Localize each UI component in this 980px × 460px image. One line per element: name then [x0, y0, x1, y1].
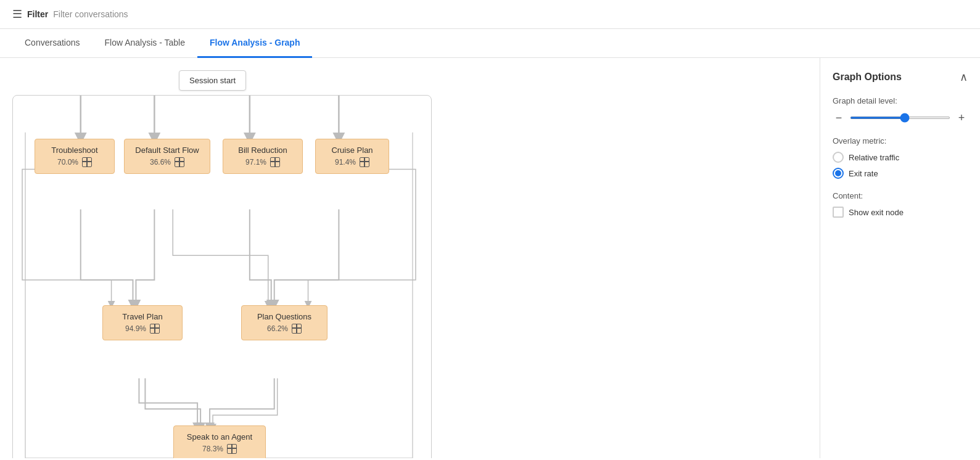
- node-troubleshoot-value: 70.0%: [57, 158, 78, 166]
- node-plan-questions-meta: 66.2%: [267, 324, 302, 334]
- node-cruise-plan[interactable]: Cruise Plan 91.4%: [315, 139, 389, 174]
- graph-area: Session start: [0, 58, 820, 458]
- session-start-node: Session start: [179, 70, 246, 91]
- node-cruise-plan-meta: 91.4%: [335, 157, 369, 167]
- node-bill-reduction-label: Bill Reduction: [238, 146, 287, 155]
- node-troubleshoot-label: Troubleshoot: [51, 146, 97, 155]
- overlay-metric-label: Overlay metric:: [833, 136, 968, 146]
- filter-bar: ☰ Filter Filter conversations: [0, 0, 980, 29]
- content-section: Content: Show exit node: [833, 191, 968, 218]
- tab-conversations[interactable]: Conversations: [12, 29, 93, 58]
- node-default-start[interactable]: Default Start Flow 36.6%: [124, 139, 210, 174]
- show-exit-node-option[interactable]: Show exit node: [833, 207, 968, 218]
- panel-header: Graph Options ∧: [833, 70, 968, 84]
- filter-label: Filter: [27, 9, 48, 19]
- node-plan-questions-value: 66.2%: [267, 324, 288, 333]
- tabs-bar: Conversations Flow Analysis - Table Flow…: [0, 29, 980, 58]
- node-travel-plan[interactable]: Travel Plan 94.9%: [102, 305, 183, 340]
- node-plan-questions-label: Plan Questions: [257, 312, 311, 321]
- radio-relative-traffic-label: Relative traffic: [849, 153, 899, 162]
- slider-decrease-button[interactable]: −: [833, 112, 845, 124]
- node-travel-plan-value: 94.9%: [125, 324, 146, 333]
- node-bill-reduction-value: 97.1%: [245, 158, 266, 166]
- node-troubleshoot[interactable]: Troubleshoot 70.0%: [35, 139, 115, 174]
- slider-container: − +: [833, 112, 968, 124]
- filter-icon: ☰: [12, 7, 22, 21]
- node-speak-agent-label: Speak to an Agent: [187, 432, 252, 442]
- session-start-label: Session start: [189, 76, 236, 85]
- slider-increase-button[interactable]: +: [955, 112, 968, 124]
- panel-collapse-button[interactable]: ∧: [960, 70, 968, 84]
- node-speak-agent-meta: 78.3%: [202, 444, 237, 454]
- radio-relative-traffic[interactable]: Relative traffic: [833, 152, 968, 163]
- filter-text: Filter conversations: [53, 9, 128, 19]
- node-plan-questions-table-icon[interactable]: [292, 324, 302, 334]
- radio-exit-rate-circle[interactable]: [833, 168, 844, 179]
- node-cruise-plan-value: 91.4%: [335, 158, 356, 166]
- node-bill-reduction[interactable]: Bill Reduction 97.1%: [223, 139, 303, 174]
- node-travel-plan-label: Travel Plan: [122, 312, 162, 321]
- tab-flow-table[interactable]: Flow Analysis - Table: [93, 29, 197, 58]
- node-speak-agent[interactable]: Speak to an Agent 78.3%: [173, 425, 266, 458]
- radio-relative-traffic-circle[interactable]: [833, 152, 844, 163]
- detail-level-label: Graph detail level:: [833, 96, 968, 105]
- node-bill-reduction-table-icon[interactable]: [270, 157, 280, 167]
- node-cruise-plan-table-icon[interactable]: [360, 157, 369, 167]
- node-bill-reduction-meta: 97.1%: [245, 157, 280, 167]
- overlay-metric-section: Overlay metric: Relative traffic Exit ra…: [833, 136, 968, 179]
- content-label: Content:: [833, 191, 968, 200]
- detail-level-slider[interactable]: [850, 117, 950, 119]
- show-exit-node-label: Show exit node: [849, 208, 904, 217]
- node-default-start-table-icon[interactable]: [175, 157, 184, 167]
- node-speak-agent-table-icon[interactable]: [227, 444, 237, 454]
- radio-exit-rate-label: Exit rate: [849, 169, 878, 178]
- node-speak-agent-value: 78.3%: [202, 445, 223, 453]
- node-default-start-meta: 36.6%: [150, 157, 184, 167]
- show-exit-node-checkbox[interactable]: [833, 207, 844, 218]
- node-plan-questions[interactable]: Plan Questions 66.2%: [241, 305, 327, 340]
- node-travel-plan-meta: 94.9%: [125, 324, 160, 334]
- graph-container: Troubleshoot 70.0% Default Start Flow 36…: [12, 95, 432, 458]
- node-troubleshoot-table-icon[interactable]: [82, 157, 92, 167]
- radio-exit-rate[interactable]: Exit rate: [833, 168, 968, 179]
- node-default-start-value: 36.6%: [150, 158, 171, 166]
- panel-title: Graph Options: [833, 72, 902, 83]
- node-cruise-plan-label: Cruise Plan: [331, 146, 373, 155]
- graph-options-panel: Graph Options ∧ Graph detail level: − + …: [820, 58, 980, 458]
- node-travel-plan-table-icon[interactable]: [150, 324, 160, 334]
- node-default-start-label: Default Start Flow: [135, 146, 199, 155]
- main-content: Session start: [0, 58, 980, 458]
- tab-flow-graph[interactable]: Flow Analysis - Graph: [197, 29, 313, 58]
- detail-level-section: Graph detail level: − +: [833, 96, 968, 124]
- node-troubleshoot-meta: 70.0%: [57, 157, 92, 167]
